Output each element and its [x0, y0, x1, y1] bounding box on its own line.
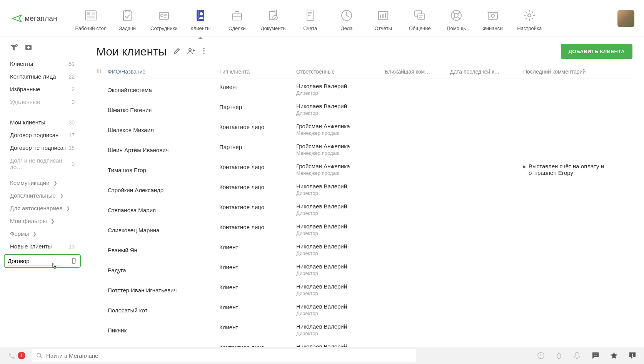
- svg-point-20: [451, 10, 461, 20]
- table-row[interactable]: Степанова Мария Контактное лицо Николаев…: [92, 199, 632, 219]
- responsible-name: Николаев Валерий: [296, 223, 385, 230]
- nav-tasks[interactable]: Задачи: [109, 5, 146, 31]
- edit-icon[interactable]: [174, 47, 180, 55]
- responsible-role: Директор: [296, 250, 385, 256]
- col-header-name[interactable]: ФИО/Название↑: [108, 69, 219, 75]
- more-icon[interactable]: [203, 47, 205, 55]
- sidebar-item-count: 51: [68, 61, 75, 67]
- table-row[interactable]: Стройкин Александр Контактное лицо Никол…: [92, 179, 632, 199]
- responsible-name: Николаев Валерий: [296, 323, 385, 330]
- column-settings-icon[interactable]: [96, 68, 108, 75]
- filter-icon[interactable]: [10, 44, 18, 52]
- deals-icon: [230, 8, 244, 22]
- svg-point-32: [37, 353, 41, 357]
- chevron-right-icon: ❯: [51, 218, 55, 224]
- responsible-role: Директор: [296, 210, 385, 216]
- sidebar-expandable[interactable]: Для автосценариев❯: [0, 202, 85, 215]
- nav-documents[interactable]: Документы: [255, 5, 292, 31]
- client-type: Клиент: [219, 263, 296, 276]
- table-row[interactable]: Тимашов Егор Контактное лицо Гройсман Ан…: [92, 159, 632, 179]
- nav-clients[interactable]: Клиенты: [182, 5, 219, 31]
- nav-calendar[interactable]: Дела: [329, 5, 365, 31]
- sidebar-item[interactable]: Договор подписан17: [0, 129, 85, 141]
- filter-name-input[interactable]: [8, 258, 62, 265]
- nav-dashboard[interactable]: Рабочий стол: [73, 5, 109, 31]
- client-name: Степанова Мария: [108, 203, 219, 216]
- search-input[interactable]: [46, 352, 412, 359]
- sidebar-item-count: 22: [68, 74, 75, 80]
- sidebar-item[interactable]: Избранные2: [0, 83, 85, 96]
- nav-deals[interactable]: Сделки: [219, 5, 255, 31]
- sidebar-item-newclients[interactable]: Новые клиенты 13: [0, 240, 85, 253]
- feedback-icon[interactable]: [629, 352, 636, 359]
- sidebar-item-count: 13: [68, 243, 75, 250]
- client-type: Контактное лицо: [219, 343, 296, 347]
- phone-status[interactable]: 1: [8, 352, 25, 359]
- table-row[interactable]: Рваный Ян Клиент Николаев ВалерийДиректо…: [92, 239, 632, 259]
- table-row[interactable]: Пикник Клиент Николаев ВалерийДиректор: [92, 319, 632, 339]
- svg-point-21: [454, 13, 458, 17]
- sidebar-item-label: Дополнительные: [10, 192, 56, 199]
- settings-icon: [522, 8, 536, 22]
- col-header-date[interactable]: Дата последней к…: [450, 69, 523, 75]
- table-row[interactable]: Шелехов Михаил Контактное лицо Гройсман …: [92, 119, 632, 139]
- nav-invoices[interactable]: Счета: [292, 5, 329, 31]
- sidebar-filter-edit[interactable]: [4, 254, 81, 268]
- table-row[interactable]: Шеин Артём Иванович Партнер Гройсман Анж…: [92, 139, 632, 159]
- nav-settings[interactable]: Настройка: [511, 5, 548, 31]
- col-header-resp[interactable]: Ответственные: [296, 69, 385, 75]
- sidebar-expandable[interactable]: Дополнительные❯: [0, 189, 85, 202]
- sidebar-expandable[interactable]: Формы❯: [0, 227, 85, 240]
- table-row[interactable]: Петров Геннадий Контактное лицо Николаев…: [92, 339, 632, 347]
- sidebar-item[interactable]: Договор не подписан18: [0, 141, 85, 154]
- nav-employees[interactable]: Сотрудники: [146, 5, 182, 31]
- col-header-last[interactable]: Последний комментарий: [523, 69, 629, 75]
- add-people-icon[interactable]: [187, 47, 196, 55]
- svg-point-25: [528, 14, 531, 17]
- svg-rect-2: [92, 12, 95, 15]
- bell-icon[interactable]: [573, 352, 581, 359]
- responsible-name: Николаев Валерий: [296, 343, 385, 347]
- sidebar-expandable[interactable]: Коммуникации❯: [0, 176, 85, 189]
- client-name: Шеин Артём Иванович: [108, 143, 219, 156]
- table-row[interactable]: Потттер Иван Игнатьевич Клиент Николаев …: [92, 279, 632, 299]
- nav-finance[interactable]: Финансы: [475, 5, 511, 31]
- content: Мои клиенты ДОБАВИТЬ КЛИЕНТА ФИО/Названи…: [85, 37, 644, 347]
- nav-reports[interactable]: Отчёты: [365, 5, 402, 31]
- sidebar-item[interactable]: Контактные лица22: [0, 70, 85, 83]
- col-header-comm[interactable]: Ближайшая ком…: [385, 69, 450, 75]
- top-navigation: мегаплан Рабочий столЗадачиСотрудникиКли…: [0, 0, 644, 37]
- alert-icon[interactable]: [537, 352, 545, 359]
- sidebar-item[interactable]: Долг и не подписан до…0: [0, 154, 85, 173]
- add-list-icon[interactable]: [25, 44, 32, 52]
- sidebar-item[interactable]: Клиенты51: [0, 57, 85, 70]
- client-name: Пикник: [108, 323, 219, 336]
- sidebar: Клиенты51Контактные лица22Избранные2Удал…: [0, 37, 85, 347]
- trash-icon[interactable]: [71, 257, 77, 265]
- sidebar-expandable[interactable]: Мои фильтры❯: [0, 215, 85, 227]
- avatar[interactable]: [617, 10, 634, 27]
- flame-icon[interactable]: [556, 352, 562, 359]
- sidebar-item[interactable]: Удаленные0: [0, 96, 85, 108]
- expand-comment-icon[interactable]: ▶: [523, 164, 526, 169]
- table-row[interactable]: Полосатый кот Клиент Николаев ВалерийДир…: [92, 299, 632, 319]
- chevron-right-icon: ❯: [53, 180, 57, 186]
- chat-icon[interactable]: [592, 352, 599, 359]
- nav-help[interactable]: Помощь: [438, 5, 475, 31]
- table-row[interactable]: Радуга Клиент Николаев ВалерийДиректор: [92, 259, 632, 279]
- add-client-button[interactable]: ДОБАВИТЬ КЛИЕНТА: [561, 44, 632, 59]
- svg-rect-22: [488, 12, 497, 19]
- table-row[interactable]: Эколайтсистема Клиент Николаев ВалерийДи…: [92, 79, 632, 99]
- col-header-type[interactable]: Тип клиента: [219, 69, 296, 75]
- logo[interactable]: мегаплан: [12, 14, 57, 23]
- sidebar-item[interactable]: Мои клиенты30: [0, 116, 85, 129]
- nav-chat[interactable]: Общение: [402, 5, 438, 31]
- table-row[interactable]: Шматко Евгения Партнер Николаев ВалерийД…: [92, 99, 632, 119]
- employees-icon: [157, 8, 171, 22]
- table-row[interactable]: Сливковец Марина Контактное лицо Николае…: [92, 219, 632, 239]
- svg-point-31: [204, 52, 205, 54]
- star-icon[interactable]: [610, 352, 618, 359]
- nav-label: Документы: [261, 25, 287, 31]
- sidebar-item-count: 18: [68, 145, 75, 151]
- global-search[interactable]: [32, 349, 416, 362]
